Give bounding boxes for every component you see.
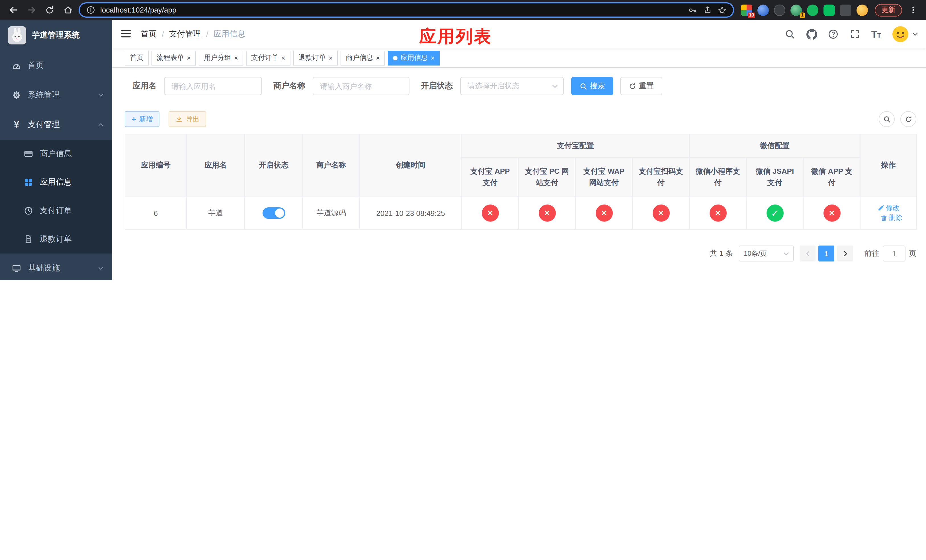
- close-icon[interactable]: ×: [187, 54, 191, 61]
- export-button[interactable]: 导出: [169, 111, 206, 127]
- delete-button[interactable]: 删除: [880, 213, 902, 223]
- add-button[interactable]: + 新增: [125, 111, 159, 127]
- extensions-area: 10 1: [741, 4, 868, 16]
- sidebar-item-merchant-info[interactable]: 商户信息: [0, 139, 112, 168]
- extension-icon-5[interactable]: [807, 4, 819, 16]
- edit-button[interactable]: 修改: [877, 203, 900, 213]
- extension-icon-1[interactable]: 10: [741, 4, 752, 16]
- tab-label: 应用信息: [400, 53, 428, 63]
- refresh-table-button[interactable]: [900, 111, 916, 127]
- delete-button-label: 删除: [889, 213, 902, 223]
- search-icon[interactable]: [785, 29, 796, 39]
- column-header-actions: 操作: [860, 134, 917, 197]
- gear-icon: [12, 91, 21, 100]
- download-icon: [176, 115, 183, 123]
- goto-unit: 页: [909, 248, 916, 259]
- close-icon[interactable]: ×: [281, 54, 285, 61]
- page-annotation-title: 应用列表: [419, 25, 492, 48]
- sidebar-item-system[interactable]: 系统管理: [0, 80, 112, 110]
- cell-merchant: 芋道源码: [303, 197, 360, 229]
- close-icon[interactable]: ×: [234, 54, 238, 61]
- sidebar-item-label: 退款订单: [40, 234, 72, 244]
- breadcrumb: 首页 / 支付管理 / 应用信息: [141, 29, 245, 39]
- sidebar-item-label: 支付订单: [40, 206, 72, 216]
- tab-app-info[interactable]: 应用信息×: [388, 50, 440, 65]
- extension-icon-3[interactable]: [774, 4, 785, 16]
- tab-merchant-info[interactable]: 商户信息×: [340, 50, 385, 65]
- close-icon[interactable]: ×: [431, 54, 434, 61]
- app-table: 应用编号 应用名 开启状态 商户名称 创建时间 支付宝配置 微信配置 操作 支付…: [125, 134, 917, 230]
- app-name-input[interactable]: [164, 77, 262, 95]
- user-menu[interactable]: [892, 26, 918, 43]
- browser-toolbar: localhost:1024/pay/app 10 1 更新: [0, 0, 926, 20]
- extension-badge: 10: [748, 12, 755, 18]
- extension-icon-8[interactable]: [856, 4, 868, 16]
- url-text[interactable]: localhost:1024/pay/app: [100, 6, 683, 14]
- edit-button-label: 修改: [886, 203, 900, 213]
- avatar[interactable]: [892, 26, 909, 43]
- merchant-name-input[interactable]: [313, 77, 410, 95]
- breadcrumb-home[interactable]: 首页: [141, 29, 157, 39]
- config-status-icon: ✓: [766, 204, 783, 222]
- fullscreen-icon[interactable]: [850, 29, 861, 39]
- page-content: 应用名 商户名称 开启状态 请选择开启状态: [112, 68, 926, 262]
- extension-icon-4[interactable]: 1: [790, 4, 802, 16]
- hamburger-icon[interactable]: [120, 28, 133, 41]
- sidebar-item-refund-orders[interactable]: 退款订单: [0, 225, 112, 254]
- cell-wx-app: ×: [803, 197, 860, 229]
- prev-page-button[interactable]: [800, 245, 816, 262]
- screen: localhost:1024/pay/app 10 1 更新: [0, 0, 926, 280]
- table-row: 6 芋道 芋道源码 2021-10-23 08:49:25 × × × × ×: [125, 197, 917, 229]
- forward-icon[interactable]: [24, 3, 39, 17]
- config-status-icon: ×: [539, 204, 555, 222]
- reload-icon[interactable]: [42, 3, 57, 17]
- extension-icon-2[interactable]: [757, 4, 769, 16]
- search-button[interactable]: 搜索: [571, 77, 613, 95]
- breadcrumb-section[interactable]: 支付管理: [169, 29, 201, 39]
- tab-process-form[interactable]: 流程表单×: [151, 50, 196, 65]
- tab-refund-orders[interactable]: 退款订单×: [293, 50, 338, 65]
- navbar-actions: TT: [785, 26, 918, 43]
- sidebar-item-infrastructure[interactable]: 基础设施: [0, 254, 112, 280]
- payment-submenu: 商户信息 应用信息 支付订单: [0, 139, 112, 254]
- close-icon[interactable]: ×: [328, 54, 333, 61]
- sidebar-item-app-info[interactable]: 应用信息: [0, 168, 112, 197]
- back-icon[interactable]: [6, 3, 21, 17]
- browser-menu-icon[interactable]: [905, 3, 920, 17]
- page-size-select[interactable]: 10条/页: [738, 245, 794, 262]
- tab-user-group[interactable]: 用户分组×: [199, 50, 243, 65]
- tab-label: 退款订单: [298, 53, 326, 63]
- edit-pencil-icon: [877, 204, 884, 211]
- tab-home[interactable]: 首页: [125, 50, 149, 65]
- sidebar-item-label: 首页: [28, 61, 44, 71]
- font-size-icon[interactable]: TT: [872, 29, 881, 39]
- browser-update-button[interactable]: 更新: [875, 4, 902, 16]
- plus-icon: +: [132, 115, 136, 123]
- sidebar-item-label: 系统管理: [28, 90, 60, 100]
- password-key-icon[interactable]: [687, 5, 698, 15]
- sidebar-item-payment[interactable]: ¥ 支付管理: [0, 110, 112, 139]
- tab-payment-orders[interactable]: 支付订单×: [246, 50, 291, 65]
- extension-icon-6[interactable]: [823, 4, 835, 16]
- next-page-button[interactable]: [837, 245, 853, 262]
- reset-button[interactable]: 重置: [620, 77, 662, 95]
- pagination-total: 共 1 条: [710, 248, 733, 259]
- status-toggle[interactable]: [262, 207, 285, 219]
- help-icon[interactable]: [828, 29, 839, 39]
- goto-page-input[interactable]: [883, 245, 905, 262]
- url-bar[interactable]: localhost:1024/pay/app: [79, 2, 734, 18]
- bookmark-star-icon[interactable]: [717, 5, 727, 15]
- sidebar: 芋道管理系统 首页 系统管理: [0, 20, 112, 280]
- extension-icon-7[interactable]: [840, 4, 851, 16]
- sidebar-item-home[interactable]: 首页: [0, 51, 112, 80]
- page-number-1[interactable]: 1: [819, 245, 834, 262]
- toggle-search-button[interactable]: [879, 111, 895, 127]
- home-icon[interactable]: [61, 3, 75, 17]
- share-icon[interactable]: [702, 5, 713, 15]
- close-icon[interactable]: ×: [376, 54, 380, 61]
- sidebar-item-payment-orders[interactable]: 支付订单: [0, 197, 112, 225]
- extension-badge: 1: [800, 12, 805, 18]
- github-icon[interactable]: [806, 29, 817, 39]
- status-select[interactable]: 请选择开启状态: [460, 77, 564, 95]
- site-info-icon[interactable]: [85, 5, 96, 15]
